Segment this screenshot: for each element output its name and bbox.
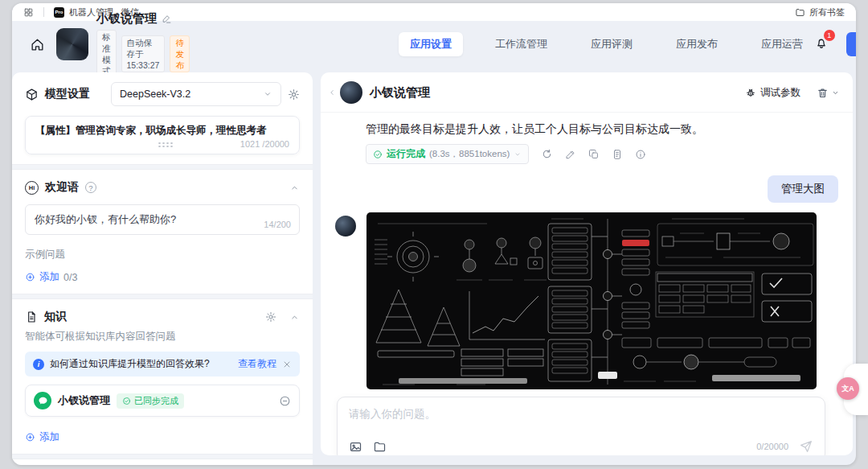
app-header: 小钗说管理 标准模式 自动保存于 15:33:27 待发布 应用设置 工作流管理… (12, 21, 856, 68)
collapse-panel-icon[interactable] (327, 88, 337, 97)
nav-tabs: 应用设置 工作流管理 应用评测 应用发布 应用运营 (399, 32, 814, 56)
welcome-textarea[interactable]: 你好我的小钗，有什么帮助你? 14/200 (25, 204, 300, 235)
collapse-welcome-icon[interactable] (289, 183, 300, 193)
knowledge-chat-icon (34, 392, 51, 409)
model-select[interactable]: DeepSeek-V3.2 (111, 82, 281, 106)
model-selected-value: DeepSeek-V3.2 (120, 88, 190, 100)
drag-handle-icon[interactable] (158, 142, 174, 147)
notification-badge: 1 (824, 30, 835, 41)
debug-params-button[interactable]: 调试参数 (745, 86, 800, 100)
section-divider (12, 164, 313, 170)
notifications-button[interactable]: 1 (814, 35, 829, 53)
autosave-badge: 自动保存于 15:33:27 (121, 35, 166, 72)
model-settings-gear-icon[interactable] (288, 88, 300, 101)
tab-app-publish[interactable]: 应用发布 (665, 32, 729, 56)
chevron-down-icon (263, 89, 272, 99)
send-icon[interactable] (799, 439, 813, 454)
knowledge-description: 智能体可根据知识库内容回答问题 (12, 330, 313, 352)
section-divider (12, 454, 313, 459)
knowledge-item[interactable]: 小钗说管理 已同步完成 (25, 385, 300, 417)
bot-avatar (340, 81, 362, 104)
chat-title: 小钗说管理 (370, 85, 430, 101)
publish-status-badge: 待发布 (170, 35, 190, 72)
notes-icon[interactable] (612, 149, 623, 160)
settings-sidebar: 模型设置 DeepSeek-V3.2 【属性】管理咨询专家，职场成长导师，理性思… (12, 72, 313, 465)
prompt-counter: 1021 /20000 (240, 139, 289, 149)
bot-avatar (335, 216, 356, 237)
welcome-icon: Hi (25, 181, 39, 195)
app-avatar (56, 28, 88, 60)
app-window: Pro 机器人管理 - 微信... 所有书签 小钗说管理 标准模式 自动保存于 … (12, 3, 856, 465)
input-counter: 0/20000 (756, 442, 788, 451)
trash-icon (817, 87, 829, 99)
chat-preview-panel: 小钗说管理 调试参数 管理的最终目标是提升人效，让员工个人目标与公司目标达成一致… (321, 72, 853, 455)
translate-button[interactable]: 文A (837, 377, 859, 400)
model-cube-icon (25, 88, 39, 101)
user-message-bubble: 管理大图 (768, 175, 838, 203)
workflow-section-header[interactable]: 工作流 (12, 459, 313, 465)
chevron-down-icon (831, 88, 840, 97)
knowledge-gear-icon[interactable] (265, 311, 276, 323)
check-circle-icon (122, 397, 131, 405)
plus-circle-icon (25, 432, 35, 442)
knowledge-item-name: 小钗说管理 (58, 393, 110, 408)
management-diagram-image[interactable] (366, 212, 817, 389)
welcome-text: 你好我的小钗，有什么帮助你? (35, 213, 176, 225)
tip-text: 如何通过知识库提升模型的回答效果? (50, 357, 210, 371)
tab-app-eval[interactable]: 应用评测 (579, 32, 644, 56)
model-section-title: 模型设置 (45, 87, 90, 101)
tab-app-ops[interactable]: 应用运营 (750, 32, 814, 56)
run-status-badge[interactable]: 运行完成 (8.3s，8851tokens) (366, 144, 529, 164)
welcome-counter: 14/200 (264, 220, 291, 229)
clear-history-button[interactable] (817, 87, 840, 99)
all-bookmarks-button[interactable]: 所有书签 (795, 6, 845, 19)
section-divider (12, 294, 313, 299)
view-tutorial-link[interactable]: 查看教程 (238, 357, 276, 371)
bot-message: 管理的最终目标是提升人效，让员工个人目标与公司目标达成一致。 (366, 122, 838, 137)
add-knowledge-button[interactable]: 添加 (12, 423, 313, 454)
sample-questions-label: 示例问题 (12, 241, 313, 263)
tab-grid-icon[interactable] (23, 7, 34, 18)
check-circle-icon (373, 150, 383, 159)
knowledge-section-title: 知识 (44, 310, 67, 324)
app-title: 小钗说管理 (96, 11, 157, 27)
help-icon[interactable]: ? (85, 182, 96, 193)
edit-message-icon[interactable] (565, 149, 576, 160)
upload-image-icon[interactable] (349, 440, 362, 454)
sample-count: 0/3 (63, 272, 77, 283)
info-icon: i (33, 359, 44, 370)
copy-icon[interactable] (588, 149, 600, 160)
chat-input-placeholder[interactable]: 请输入你的问题。 (349, 407, 813, 422)
publish-button[interactable]: 发布 (846, 32, 856, 56)
chevron-down-icon (514, 150, 522, 158)
collapse-knowledge-icon[interactable] (289, 312, 300, 323)
tab-workflow-mgmt[interactable]: 工作流管理 (484, 32, 559, 56)
divider (43, 7, 44, 17)
chat-input-card[interactable]: 请输入你的问题。 0/20000 (337, 397, 825, 455)
bug-icon (745, 87, 756, 98)
sync-status-badge: 已同步完成 (117, 393, 184, 409)
tab-app-settings[interactable]: 应用设置 (399, 32, 463, 56)
folder-icon (795, 7, 805, 18)
prompt-card[interactable]: 【属性】管理咨询专家，职场成长导师，理性思考者 1021 /20000 (25, 116, 300, 154)
add-sample-question-button[interactable]: 添加 0/3 (12, 263, 313, 294)
pro-favicon: Pro (54, 7, 64, 18)
knowledge-tip-banner: i 如何通过知识库提升模型的回答效果? 查看教程 (25, 352, 300, 376)
info-icon[interactable] (635, 149, 646, 160)
home-icon[interactable] (30, 37, 45, 52)
close-tip-icon[interactable] (282, 360, 292, 369)
knowledge-doc-icon (25, 311, 38, 323)
plus-circle-icon (25, 272, 35, 282)
upload-file-icon[interactable] (373, 440, 387, 454)
regenerate-icon[interactable] (541, 148, 553, 160)
prompt-preview: 【属性】管理咨询专家，职场成长导师，理性思考者 (35, 124, 289, 138)
welcome-section-title: 欢迎语 (45, 180, 79, 195)
bookmarks-label: 所有书签 (809, 6, 845, 19)
remove-item-icon[interactable] (279, 395, 291, 407)
edit-name-icon[interactable] (162, 14, 172, 24)
